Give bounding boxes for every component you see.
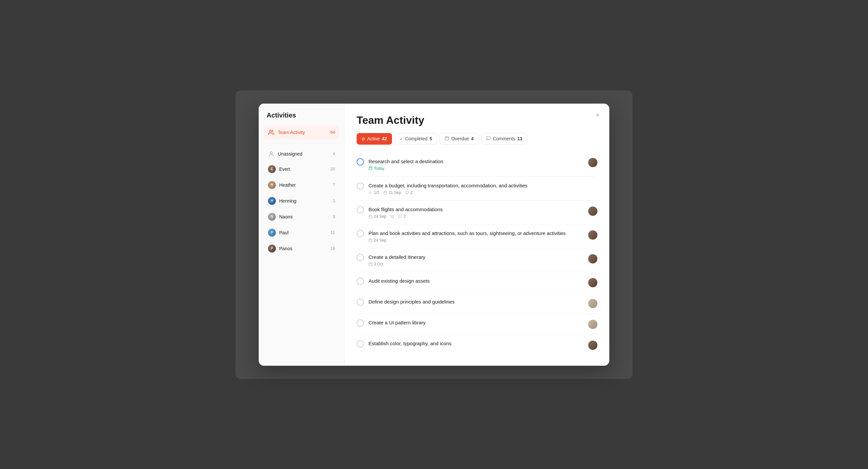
tab-active[interactable]: ⊘ Active 42 bbox=[356, 133, 392, 145]
paul-count: 11 bbox=[331, 230, 335, 235]
sidebar-item-paul[interactable]: P Paul 11 bbox=[264, 226, 339, 240]
task-checkbox-4[interactable] bbox=[356, 230, 364, 237]
task-today-badge: Today bbox=[369, 166, 384, 171]
sidebar-item-evert[interactable]: E Evert 20 bbox=[264, 162, 339, 176]
date-meta: 24 Sep bbox=[369, 214, 386, 219]
sidebar-item-panos[interactable]: P Panos 18 bbox=[264, 241, 339, 256]
task-assignee-3 bbox=[588, 207, 597, 216]
task-meta-2: 1/2 21 Sep 2 bbox=[369, 190, 597, 195]
modal-container: Activities Team Activity 64 bbox=[259, 104, 609, 366]
users-icon bbox=[268, 129, 275, 136]
svg-point-0 bbox=[270, 130, 272, 132]
task-body-4: Plan and book activities and attractions… bbox=[369, 230, 583, 243]
task-title-5: Create a detailed itinerary bbox=[369, 254, 583, 261]
task-body-5: Create a detailed itinerary 3 Oct bbox=[369, 254, 583, 266]
sidebar: Activities Team Activity 64 bbox=[259, 104, 345, 366]
team-activity-count: 64 bbox=[331, 130, 335, 135]
task-checkbox-1[interactable] bbox=[356, 158, 364, 166]
overdue-tab-label: Overdue bbox=[451, 136, 469, 141]
subtask-meta: 1/2 bbox=[369, 190, 379, 195]
task-assignee-6 bbox=[588, 278, 597, 287]
close-button[interactable]: × bbox=[592, 110, 603, 121]
active-tab-icon: ⊘ bbox=[362, 136, 365, 141]
active-tab-label: Active bbox=[367, 136, 380, 141]
tab-comments[interactable]: Comments 13 bbox=[481, 133, 527, 145]
task-checkbox-3[interactable] bbox=[356, 206, 364, 213]
svg-rect-10 bbox=[384, 191, 387, 194]
sidebar-item-heather[interactable]: H Heather 7 bbox=[264, 178, 339, 192]
task-title-6: Audit existing design assets bbox=[369, 277, 583, 284]
task-assignee-1 bbox=[588, 158, 597, 167]
outer-background: Activities Team Activity 64 bbox=[236, 90, 632, 379]
completed-tab-icon: ✓ bbox=[400, 136, 403, 141]
filter-tabs: ⊘ Active 42 ✓ Completed 5 Overdue 4 bbox=[356, 133, 597, 145]
task-item: Plan and book activities and attractions… bbox=[356, 225, 597, 248]
svg-line-19 bbox=[391, 215, 391, 215]
panos-label: Panos bbox=[279, 246, 331, 251]
sidebar-item-team-activity[interactable]: Team Activity 64 bbox=[264, 126, 339, 139]
date-text: 24 Sep bbox=[374, 214, 386, 219]
svg-point-9 bbox=[370, 192, 371, 193]
svg-rect-21 bbox=[369, 239, 372, 242]
date-meta: 21 Sep bbox=[383, 190, 401, 195]
unassigned-count: 4 bbox=[333, 151, 335, 156]
task-body-2: Create a budget, including transportatio… bbox=[369, 182, 597, 195]
sidebar-title: Activities bbox=[264, 112, 339, 119]
task-item: Research and select a destination Today bbox=[356, 153, 597, 177]
sidebar-item-unassigned[interactable]: Unassigned 4 bbox=[264, 147, 339, 160]
date-meta: 24 Sep bbox=[369, 238, 386, 243]
task-body-9: Establish color, typography, and icons bbox=[369, 340, 583, 348]
comment-meta: 2 bbox=[405, 190, 413, 195]
evert-count: 20 bbox=[331, 167, 335, 171]
henning-count: 1 bbox=[333, 198, 335, 203]
team-activity-label: Team Activity bbox=[278, 130, 331, 135]
alarm-meta bbox=[390, 214, 394, 218]
task-checkbox-6[interactable] bbox=[356, 278, 364, 285]
comments-tab-icon bbox=[486, 136, 491, 142]
tab-completed[interactable]: ✓ Completed 5 bbox=[395, 133, 437, 145]
comment-meta: 2 bbox=[398, 214, 406, 219]
task-assignee-5 bbox=[588, 254, 597, 263]
task-assignee-4 bbox=[588, 230, 597, 240]
task-assignee-9 bbox=[588, 341, 597, 350]
unassigned-label: Unassigned bbox=[278, 151, 333, 156]
active-tab-count: 42 bbox=[382, 136, 387, 141]
task-checkbox-7[interactable] bbox=[356, 298, 364, 306]
task-item: Create a detailed itinerary 3 Oct bbox=[356, 248, 597, 272]
task-body-3: Book flights and accommodations 24 Sep bbox=[369, 206, 583, 219]
task-item: Create a UI pattern library bbox=[356, 314, 597, 334]
date-text: 3 Oct bbox=[374, 262, 383, 266]
task-checkbox-8[interactable] bbox=[356, 319, 364, 327]
task-item: Audit existing design assets bbox=[356, 272, 597, 293]
task-item: Create a budget, including transportatio… bbox=[356, 177, 597, 201]
task-title-3: Book flights and accommodations bbox=[369, 206, 583, 213]
today-text: Today bbox=[374, 166, 384, 171]
avatar-panos: P bbox=[268, 244, 276, 253]
svg-line-20 bbox=[394, 215, 394, 215]
heather-label: Heather bbox=[279, 182, 333, 188]
comments-tab-count: 13 bbox=[517, 136, 522, 141]
date-meta: 3 Oct bbox=[369, 262, 383, 266]
overdue-tab-icon bbox=[444, 136, 449, 142]
comments-tab-label: Comments bbox=[493, 136, 516, 141]
calendar-icon bbox=[369, 166, 372, 171]
task-body-6: Audit existing design assets bbox=[369, 277, 583, 286]
avatar-naomi: N bbox=[268, 213, 276, 221]
task-meta-5: 3 Oct bbox=[369, 262, 583, 266]
task-item: Establish color, typography, and icons bbox=[356, 334, 597, 355]
task-body-1: Research and select a destination Today bbox=[369, 158, 583, 171]
completed-tab-count: 5 bbox=[429, 136, 432, 141]
svg-point-1 bbox=[270, 152, 272, 153]
task-checkbox-9[interactable] bbox=[356, 340, 364, 348]
task-meta-3: 24 Sep 2 bbox=[369, 214, 583, 219]
main-content: × Team Activity ⊘ Active 42 ✓ Completed … bbox=[345, 104, 609, 366]
task-checkbox-2[interactable] bbox=[356, 182, 364, 189]
task-item: Define design principles and guidelines bbox=[356, 293, 597, 314]
svg-rect-2 bbox=[445, 136, 449, 140]
sidebar-item-naomi[interactable]: N Naomi 3 bbox=[264, 209, 339, 224]
task-checkbox-5[interactable] bbox=[356, 254, 364, 261]
comment-text: 2 bbox=[410, 190, 413, 195]
tab-overdue[interactable]: Overdue 4 bbox=[440, 133, 479, 145]
sidebar-item-henning[interactable]: H Henning 1 bbox=[264, 194, 339, 208]
svg-rect-25 bbox=[369, 263, 372, 266]
